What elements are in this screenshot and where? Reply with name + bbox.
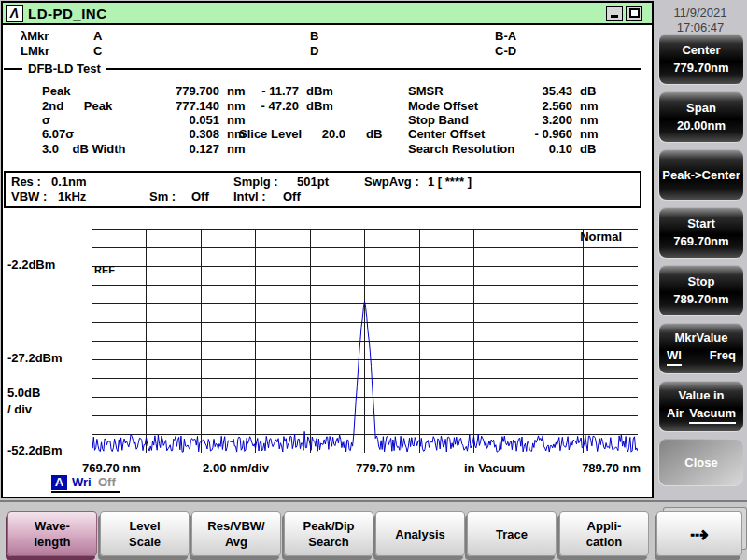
meas-slice-level-value: 20.0 <box>308 127 345 141</box>
trace-indicator-underline <box>51 491 120 493</box>
meas-sigma-label: σ <box>42 113 50 127</box>
sm-key: Sm : <box>149 189 176 203</box>
marker-c: C <box>93 44 102 58</box>
tab-analysis[interactable]: Analysis <box>375 511 465 556</box>
res-value: 0.1nm <box>51 175 87 189</box>
marker-c-d: C-D <box>495 44 516 58</box>
meas-center-offset-unit: nm <box>580 127 599 141</box>
x-axis-start-label: 769.70 nm <box>82 461 141 475</box>
minimize-icon <box>611 15 618 18</box>
tab-next-page[interactable]: ⇢ <box>656 511 742 556</box>
trace-a-badge: A <box>51 475 67 490</box>
datetime-display: 11/9/2021 17:06:47 <box>655 6 745 35</box>
stop-wavelength-button[interactable]: Stop 789.70nm <box>659 265 743 315</box>
meas-slice-level-label: Slice Level <box>239 127 302 141</box>
meas-stop-band-value: 3.200 <box>493 113 572 127</box>
value-in-air-option[interactable]: Air <box>667 406 684 424</box>
marker-a: A <box>93 29 102 43</box>
meas-smsr-label: SMSR <box>408 84 444 98</box>
meas-sigma-unit: nm <box>227 113 246 127</box>
meas-2ndpeak-level: - 47.20 <box>232 99 299 113</box>
swpavg-value: 1 [ **** ] <box>428 175 472 189</box>
stop-button-label: Stop <box>688 274 715 288</box>
meas-peak-level: - 11.77 <box>232 84 299 98</box>
tab-level-scale[interactable]: LevelScale <box>100 511 190 556</box>
divider-line-left <box>4 68 22 70</box>
meas-mode-offset-label: Mode Offset <box>408 99 478 113</box>
tab-wavelength[interactable]: Wave-length <box>7 511 97 556</box>
y-axis-scale-label-2: / div <box>7 402 32 416</box>
intvl-key: Intvl : <box>233 189 266 203</box>
marker-b-a: B-A <box>495 29 516 43</box>
close-button[interactable]: Close <box>659 439 743 485</box>
meas-search-resolution-value: 0.10 <box>493 142 572 156</box>
y-axis-mid-label: -27.2dBm <box>7 351 63 365</box>
x-axis-medium-label: in Vacuum <box>464 461 525 475</box>
y-axis-scale-label: 5.0dB <box>7 385 40 399</box>
section-title: DFB-LD Test <box>22 62 106 76</box>
meas-peak-level-unit: dBm <box>306 84 333 98</box>
marker-d: D <box>310 44 318 58</box>
peak-to-center-button[interactable]: Peak->Center <box>659 149 743 200</box>
value-in-vacuum-option[interactable]: Vacuum <box>689 406 736 424</box>
section-divider: DFB-LD Test <box>4 62 641 76</box>
span-button-label: Span <box>686 101 716 115</box>
meas-search-resolution-unit: dB <box>580 142 596 156</box>
marker-row1-label: λMkr <box>21 29 49 43</box>
marker-value-freq-option[interactable]: Freq <box>710 348 736 366</box>
meas-2ndpeak-label: 2nd Peak <box>42 99 112 113</box>
trace-state: Off <box>98 475 116 489</box>
value-in-label: Value in <box>678 388 724 402</box>
marker-value-label: MkrValue <box>674 330 727 344</box>
meas-smsr-unit: dB <box>580 84 596 98</box>
trace-write-mode: Wri <box>72 475 92 489</box>
meas-mode-offset-unit: nm <box>580 99 599 113</box>
x-axis-per-div-label: 2.00 nm/div <box>187 461 285 475</box>
smplg-value: 501pt <box>297 175 329 189</box>
marker-value-toggle[interactable]: MkrValue Wl Freq <box>659 323 743 373</box>
vbw-key: VBW : <box>11 189 47 203</box>
trace-mode-label: Normal <box>523 230 622 244</box>
meas-2ndpeak-wavelength: 777.140 <box>140 99 219 113</box>
center-button-label: Center <box>682 43 720 57</box>
y-axis-ref-label: -2.2dBm <box>7 258 55 272</box>
start-wavelength-button[interactable]: Start 769.70nm <box>659 207 743 258</box>
smplg-key: Smplg : <box>233 175 278 189</box>
meas-peak-wavelength: 779.700 <box>140 84 219 98</box>
tab-peak-dip-search[interactable]: Peak/DipSearch <box>284 511 374 556</box>
marker-b: B <box>310 29 318 43</box>
meas-6sigma-label: 6.07σ <box>42 127 74 141</box>
intvl-value: Off <box>283 189 301 203</box>
swpavg-key: SwpAvg : <box>364 175 419 189</box>
close-button-label: Close <box>684 455 717 469</box>
span-button-value: 20.00nm <box>677 119 726 133</box>
meas-peak-label: Peak <box>42 84 70 98</box>
divider-line-right <box>106 68 641 70</box>
meas-2ndpeak-level-unit: dBm <box>306 99 333 113</box>
meas-center-offset-value: - 0.960 <box>493 127 572 141</box>
maximize-button[interactable] <box>626 6 642 21</box>
spectrum-chart <box>92 229 638 453</box>
tab-application[interactable]: Appli-cation <box>559 511 649 556</box>
titlebar: Λ LD-PD_INC <box>3 3 652 25</box>
app-logo-icon: Λ <box>6 5 23 22</box>
vbw-value: 1kHz <box>58 189 86 203</box>
marker-value-wl-option[interactable]: Wl <box>667 348 682 366</box>
meas-mode-offset-value: 2.560 <box>493 99 572 113</box>
start-button-value: 769.70nm <box>673 234 728 248</box>
meas-sigma-value: 0.051 <box>140 113 219 127</box>
start-button-label: Start <box>687 217 715 231</box>
meas-smsr-value: 35.43 <box>493 84 572 98</box>
meas-stop-band-label: Stop Band <box>408 113 469 127</box>
ref-line-label: REF <box>94 264 115 275</box>
value-in-toggle[interactable]: Value in Air Vacuum <box>659 381 743 431</box>
peak-to-center-label: Peak->Center <box>662 168 740 182</box>
date-text: 11/9/2021 <box>655 6 745 21</box>
minimize-button[interactable] <box>606 6 623 21</box>
center-wavelength-button[interactable]: Center 779.70nm <box>659 34 743 84</box>
span-button[interactable]: Span 20.00nm <box>659 91 743 142</box>
meas-slice-level-unit: dB <box>366 127 382 141</box>
tab-res-vbw-avg[interactable]: Res/VBW/Avg <box>191 511 281 556</box>
tab-trace[interactable]: Trace <box>467 511 557 556</box>
meas-stop-band-unit: nm <box>580 113 599 127</box>
